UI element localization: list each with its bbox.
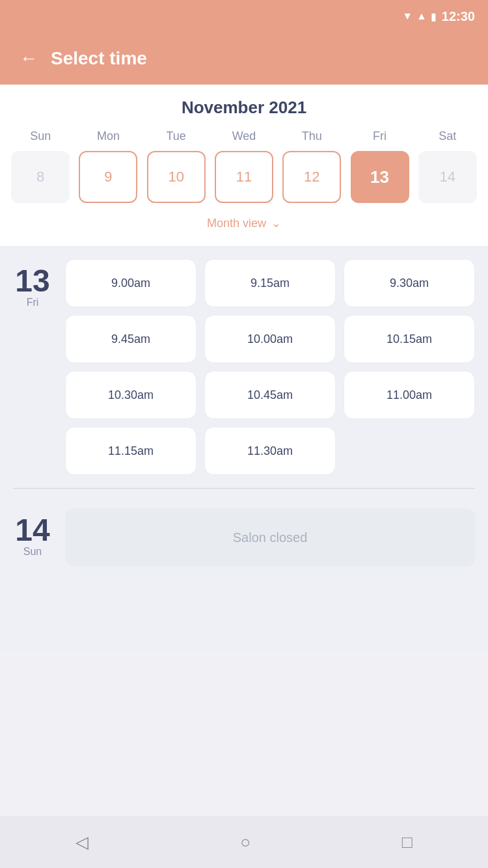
time-slot-900am[interactable]: 9.00am <box>65 259 197 307</box>
time-slot-1130am[interactable]: 11.30am <box>204 427 336 475</box>
date-cell-13[interactable]: 13 <box>351 151 409 203</box>
back-button[interactable]: ← <box>20 48 38 69</box>
nav-back-button[interactable]: ◁ <box>75 832 88 852</box>
date-cell-10[interactable]: 10 <box>147 151 206 203</box>
weekday-sat: Sat <box>418 129 477 143</box>
day-13-label: 13 Fri <box>13 259 52 475</box>
salon-closed-block: Salon closed <box>65 508 475 567</box>
wifi-icon: ▼ <box>402 10 413 22</box>
status-time: 12:30 <box>442 9 475 24</box>
header: ← Select time <box>0 33 488 85</box>
signal-icon: ▲ <box>416 10 427 22</box>
day-14-name: Sun <box>23 546 42 558</box>
date-cell-8[interactable]: 8 <box>11 151 70 203</box>
day-14-block: 14 Sun Salon closed <box>13 508 475 567</box>
bottom-nav: ◁ ○ □ <box>0 816 488 868</box>
weekday-row: Sun Mon Tue Wed Thu Fri Sat <box>0 129 488 143</box>
weekday-tue: Tue <box>147 129 206 143</box>
weekday-wed: Wed <box>215 129 273 143</box>
month-view-toggle[interactable]: Month view ⌄ <box>0 210 488 239</box>
date-cell-14[interactable]: 14 <box>418 151 477 203</box>
status-icons: ▼ ▲ ▮ <box>402 10 437 23</box>
month-view-label: Month view <box>207 217 266 230</box>
date-cell-12[interactable]: 12 <box>282 151 341 203</box>
time-slot-1000am[interactable]: 10.00am <box>204 315 336 363</box>
time-slot-1015am[interactable]: 10.15am <box>344 315 475 363</box>
status-bar: ▼ ▲ ▮ 12:30 <box>0 0 488 33</box>
date-cell-9[interactable]: 9 <box>79 151 137 203</box>
time-slot-1030am[interactable]: 10.30am <box>65 371 197 419</box>
time-slot-945am[interactable]: 9.45am <box>65 315 197 363</box>
day-14-number: 14 <box>15 515 49 546</box>
date-row: 8 9 10 11 12 13 14 <box>0 151 488 203</box>
month-year-label: November 2021 <box>0 98 488 118</box>
day-13-block: 13 Fri 9.00am 9.15am 9.30am 9.45am 10.00… <box>13 259 475 475</box>
time-slot-1045am[interactable]: 10.45am <box>204 371 336 419</box>
battery-icon: ▮ <box>431 10 437 23</box>
time-slot-1100am[interactable]: 11.00am <box>344 371 475 419</box>
weekday-fri: Fri <box>351 129 409 143</box>
day-13-number: 13 <box>15 265 49 297</box>
calendar-section: November 2021 Sun Mon Tue Wed Thu Fri Sa… <box>0 85 488 246</box>
time-slot-1115am[interactable]: 11.15am <box>65 427 197 475</box>
weekday-thu: Thu <box>282 129 341 143</box>
date-cell-11[interactable]: 11 <box>215 151 273 203</box>
nav-recent-button[interactable]: □ <box>402 832 413 852</box>
day-13-name: Fri <box>27 297 39 308</box>
chevron-down-icon: ⌄ <box>271 216 281 230</box>
nav-home-button[interactable]: ○ <box>240 832 251 852</box>
page-title: Select time <box>51 48 147 69</box>
day-14-label: 14 Sun <box>13 508 52 567</box>
salon-closed-label: Salon closed <box>233 530 308 545</box>
time-slot-915am[interactable]: 9.15am <box>204 259 336 307</box>
time-slot-930am[interactable]: 9.30am <box>344 259 475 307</box>
weekday-sun: Sun <box>11 129 70 143</box>
day-13-time-grid: 9.00am 9.15am 9.30am 9.45am 10.00am 10.1… <box>65 259 475 475</box>
day-divider <box>13 488 475 489</box>
time-section: 13 Fri 9.00am 9.15am 9.30am 9.45am 10.00… <box>0 246 488 651</box>
weekday-mon: Mon <box>79 129 137 143</box>
